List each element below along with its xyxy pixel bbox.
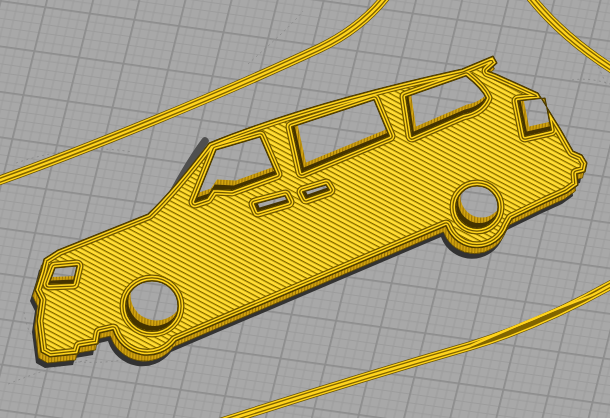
slicer-viewport[interactable] <box>0 0 610 418</box>
